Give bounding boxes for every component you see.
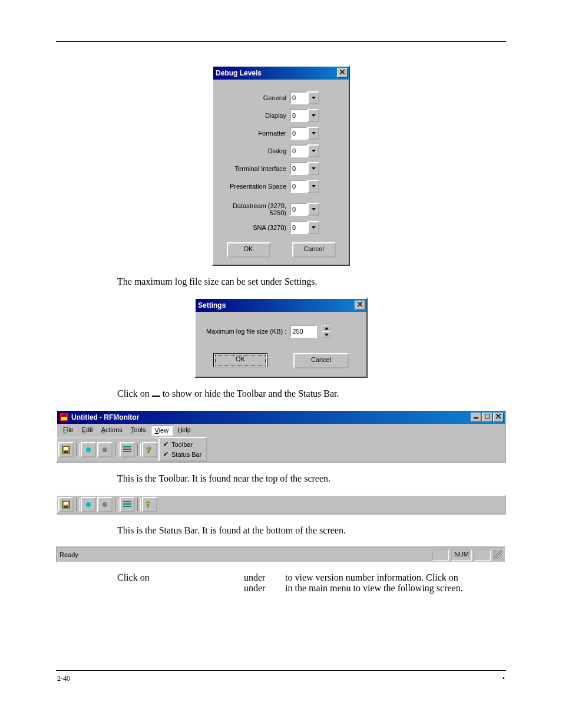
body-text: The maximum log file size can be set und… bbox=[117, 276, 506, 287]
dropdown-button[interactable] bbox=[308, 91, 319, 104]
formatter-combo[interactable] bbox=[290, 127, 308, 140]
field-label: Display bbox=[222, 112, 286, 119]
dialog-titlebar: Settings bbox=[196, 299, 366, 312]
window-title: Untitled - RFMonitor bbox=[71, 413, 139, 421]
svg-text:?: ? bbox=[146, 500, 150, 509]
save-icon[interactable] bbox=[58, 442, 74, 457]
debug-levels-dialog: Debug Levels General Display bbox=[212, 65, 350, 266]
dialog-title: Settings bbox=[198, 301, 226, 309]
resize-grip-icon[interactable] bbox=[493, 550, 503, 559]
svg-point-8 bbox=[103, 447, 107, 452]
terminal-combo[interactable] bbox=[290, 162, 308, 175]
check-icon: ✔ bbox=[162, 440, 169, 448]
cancel-button[interactable]: Cancel bbox=[292, 242, 336, 258]
settings-dialog: Settings Maximum log file size (KB) : OK bbox=[194, 298, 368, 378]
dialog-title: Debug Levels bbox=[216, 69, 262, 77]
menu-edit[interactable]: Edit bbox=[78, 425, 97, 436]
help-icon[interactable]: ? bbox=[142, 442, 157, 457]
view-statusbar-item[interactable]: ✔ Status Bar bbox=[160, 449, 206, 459]
svg-text:?: ? bbox=[146, 446, 151, 454]
max-logfile-input[interactable] bbox=[290, 325, 317, 338]
body-text: Click on to show or hide the Toolbar and… bbox=[117, 388, 506, 399]
dropdown-button[interactable] bbox=[308, 221, 319, 234]
svg-point-7 bbox=[86, 447, 91, 452]
view-dropdown: ✔ Toolbar ✔ Status Bar bbox=[158, 437, 207, 462]
cancel-button[interactable]: Cancel bbox=[293, 353, 349, 368]
record-green-icon[interactable] bbox=[81, 442, 96, 457]
svg-rect-3 bbox=[485, 414, 490, 419]
body-text: to view version number information. Clic… bbox=[285, 572, 458, 583]
menu-view[interactable]: View bbox=[151, 425, 173, 436]
svg-point-16 bbox=[86, 502, 91, 507]
svg-rect-1 bbox=[61, 417, 67, 420]
max-logfile-label: Maximum log file size (KB) : bbox=[206, 328, 286, 335]
status-ready: Ready bbox=[59, 551, 78, 558]
svg-rect-15 bbox=[64, 506, 68, 508]
svg-point-17 bbox=[103, 502, 107, 507]
body-text: This is the Toolbar. It is found near th… bbox=[117, 473, 506, 484]
svg-rect-10 bbox=[123, 449, 131, 450]
toolbar-strip: ? bbox=[56, 495, 506, 515]
svg-rect-14 bbox=[64, 502, 68, 505]
dialog-titlebar: Debug Levels bbox=[213, 67, 349, 80]
dialog-combo[interactable] bbox=[290, 144, 308, 157]
check-icon: ✔ bbox=[162, 450, 169, 458]
general-combo[interactable] bbox=[290, 91, 308, 104]
close-button[interactable] bbox=[355, 301, 365, 310]
footer-bullet: • bbox=[503, 674, 505, 683]
sna-combo[interactable] bbox=[290, 221, 308, 234]
rfmonitor-window: Untitled - RFMonitor File Edit Actions T… bbox=[56, 410, 506, 463]
dropdown-button[interactable] bbox=[308, 109, 319, 122]
view-toolbar-item[interactable]: ✔ Toolbar bbox=[160, 439, 206, 449]
app-icon bbox=[59, 413, 69, 422]
window-titlebar: Untitled - RFMonitor bbox=[57, 411, 505, 424]
menu-actions[interactable]: Actions bbox=[98, 425, 126, 436]
dropdown-button[interactable] bbox=[308, 144, 319, 157]
field-label: Presentation Space bbox=[222, 183, 286, 190]
display-combo[interactable] bbox=[290, 109, 308, 122]
list-icon[interactable] bbox=[120, 497, 135, 512]
dropdown-button[interactable] bbox=[308, 162, 319, 175]
close-button[interactable] bbox=[337, 68, 348, 78]
menu-help[interactable]: Help bbox=[174, 425, 194, 436]
field-label: Terminal Interface bbox=[222, 165, 286, 172]
page-number: 2-40 bbox=[57, 674, 70, 683]
maximize-button[interactable] bbox=[482, 413, 492, 422]
spinner-up[interactable] bbox=[322, 325, 331, 331]
minimize-button[interactable] bbox=[471, 413, 481, 422]
body-text: in the main menu to view the following s… bbox=[285, 583, 463, 594]
status-pane bbox=[432, 549, 449, 561]
body-text: Click on bbox=[117, 572, 244, 583]
dropdown-button[interactable] bbox=[308, 127, 319, 140]
presentation-combo[interactable] bbox=[290, 180, 308, 193]
spinner-down[interactable] bbox=[322, 331, 331, 338]
field-label: SNA (3270) bbox=[222, 224, 286, 231]
ok-button[interactable]: OK bbox=[213, 353, 267, 367]
svg-rect-18 bbox=[123, 501, 131, 502]
field-label: General bbox=[222, 94, 286, 101]
menubar: File Edit Actions Tools View Help bbox=[57, 424, 505, 437]
svg-rect-19 bbox=[123, 503, 131, 505]
body-text: under bbox=[244, 583, 285, 594]
toolbar: ? bbox=[57, 437, 160, 462]
svg-rect-9 bbox=[123, 446, 131, 447]
close-button[interactable] bbox=[493, 413, 504, 422]
menu-tools[interactable]: Tools bbox=[127, 425, 150, 436]
datastream-combo[interactable] bbox=[290, 203, 308, 216]
statusbar: Ready NUM bbox=[56, 546, 506, 563]
svg-rect-5 bbox=[64, 447, 68, 450]
help-icon[interactable]: ? bbox=[142, 497, 157, 512]
body-text: under bbox=[244, 572, 285, 583]
record-grey-icon[interactable] bbox=[97, 497, 113, 512]
menu-file[interactable]: File bbox=[59, 425, 77, 436]
dropdown-button[interactable] bbox=[308, 203, 319, 216]
field-label: Formatter bbox=[222, 130, 286, 137]
status-num: NUM bbox=[451, 549, 472, 561]
save-icon[interactable] bbox=[58, 497, 74, 512]
ok-button[interactable]: OK bbox=[227, 242, 270, 258]
record-green-icon[interactable] bbox=[81, 497, 96, 512]
record-grey-icon[interactable] bbox=[97, 442, 113, 457]
status-pane bbox=[474, 549, 491, 561]
list-icon[interactable] bbox=[120, 442, 135, 457]
dropdown-button[interactable] bbox=[308, 180, 319, 193]
